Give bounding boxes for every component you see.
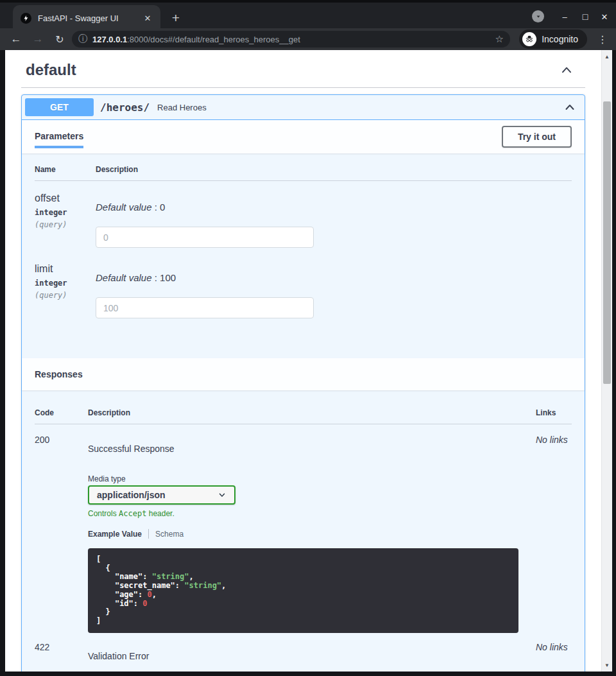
media-type-label: Media type: [88, 474, 536, 483]
chevron-down-icon: [218, 490, 227, 499]
param-default-label: Default value: [96, 202, 152, 212]
col-name: Name: [35, 165, 96, 174]
tab-strip: FastAPI - Swagger UI ✕ + – □ ✕: [0, 0, 616, 28]
response-code: 200: [35, 435, 88, 633]
responses-table-head: Code Description Links: [35, 408, 572, 424]
param-name-cell: offset integer (query): [35, 193, 96, 248]
browser-window: FastAPI - Swagger UI ✕ + – □ ✕ ← → ↻ ⓘ 1…: [0, 0, 616, 676]
response-links: No links: [536, 435, 572, 633]
browser-toolbar: ← → ↻ ⓘ 127.0.0.1:8000/docs#/default/rea…: [0, 28, 616, 50]
tab-parameters[interactable]: Parameters: [35, 125, 83, 148]
hint-prefix: Controls: [88, 509, 119, 518]
url-host: 127.0.0.1: [92, 35, 127, 44]
hint-suffix: header.: [146, 509, 174, 518]
col-code: Code: [35, 408, 88, 417]
table-divider: [35, 424, 572, 424]
incognito-icon: [522, 32, 536, 46]
forward-icon[interactable]: →: [28, 28, 47, 50]
param-default-value: : 100: [152, 272, 176, 283]
new-tab-button[interactable]: +: [167, 9, 185, 27]
param-default-value: : 0: [152, 202, 166, 212]
tab-search-icon[interactable]: [532, 10, 544, 22]
param-location: (query): [35, 220, 96, 229]
tab-example-value[interactable]: Example Value: [88, 530, 142, 539]
accept-header-hint: Controls Accept header.: [88, 509, 536, 518]
opblock-header[interactable]: GET /heroes/ Read Heroes: [22, 95, 585, 120]
response-description: Successful Response: [88, 444, 536, 454]
param-row-limit: limit integer (query) Default value : 10…: [35, 263, 572, 318]
response-code: 422: [35, 642, 88, 661]
table-divider: [35, 180, 572, 181]
maximize-button[interactable]: □: [578, 8, 593, 26]
responses-table: Code Description Links 200 Successful Re…: [22, 390, 585, 672]
page-viewport: default GET /heroes/ Read Heroes Paramet…: [5, 50, 612, 672]
tab-separator: [148, 529, 149, 539]
tag-section-header[interactable]: default: [21, 50, 585, 87]
param-description-cell: Default value : 0: [96, 193, 572, 248]
endpoint-summary: Read Heroes: [157, 103, 563, 112]
responses-header: Responses: [22, 358, 585, 390]
param-row-offset: offset integer (query) Default value : 0: [35, 193, 572, 248]
param-name-cell: limit integer (query): [35, 263, 96, 318]
param-offset-input[interactable]: [96, 227, 314, 248]
endpoint-path: /heroes/: [100, 101, 150, 114]
back-icon[interactable]: ←: [6, 28, 26, 50]
incognito-label: Incognito: [542, 34, 578, 44]
window-close-button[interactable]: ✕: [597, 8, 612, 26]
tag-collapse-button[interactable]: [560, 63, 574, 77]
fastapi-favicon-icon: [21, 13, 31, 24]
media-type-value: application/json: [97, 490, 218, 500]
param-type: integer: [35, 279, 96, 288]
minimize-button[interactable]: –: [557, 8, 572, 26]
param-type: integer: [35, 208, 96, 217]
parameters-table-head: Name Description: [35, 165, 572, 180]
hint-code: Accept: [119, 509, 146, 518]
try-it-out-button[interactable]: Try it out: [502, 126, 572, 148]
param-location: (query): [35, 291, 96, 300]
example-tabs: Example Value Schema: [88, 529, 536, 539]
tab-close-icon[interactable]: ✕: [141, 12, 154, 24]
url-path: :8000/docs#/default/read_heroes_heroes__…: [127, 35, 300, 44]
scrollbar-up-icon[interactable]: ▲: [602, 51, 612, 62]
param-limit-input[interactable]: [96, 297, 314, 318]
tab-title: FastAPI - Swagger UI: [38, 13, 141, 23]
response-description: Validation Error: [88, 651, 536, 661]
param-default-label: Default value: [96, 272, 152, 283]
opblock-collapse-button[interactable]: [563, 101, 576, 114]
response-description-cell: Validation Error: [88, 642, 536, 661]
swagger-content: default GET /heroes/ Read Heroes Paramet…: [5, 50, 601, 672]
param-default: Default value : 0: [96, 202, 572, 212]
response-description-cell: Successful Response Media type applicati…: [88, 435, 536, 633]
address-bar[interactable]: ⓘ 127.0.0.1:8000/docs#/default/read_hero…: [72, 31, 510, 48]
page-scrollbar[interactable]: ▲ ▼: [601, 50, 612, 672]
scrollbar-down-icon[interactable]: ▼: [602, 660, 612, 670]
chevron-up-icon: [560, 63, 574, 77]
scrollbar-thumb[interactable]: [603, 101, 611, 384]
tag-title: default: [26, 61, 76, 79]
col-links: Links: [536, 408, 572, 417]
browser-menu-icon[interactable]: ⋮: [594, 28, 611, 50]
responses-title: Responses: [35, 369, 83, 379]
chevron-up-icon: [563, 101, 576, 114]
param-description-cell: Default value : 100: [96, 263, 572, 318]
col-description: Description: [96, 165, 572, 174]
reload-icon[interactable]: ↻: [50, 28, 69, 50]
method-badge: GET: [25, 98, 94, 116]
parameters-header: Parameters Try it out: [22, 120, 585, 153]
browser-tab[interactable]: FastAPI - Swagger UI ✕: [13, 5, 160, 31]
example-code-block: [ { "name": "string", "secret_name": "st…: [88, 548, 518, 633]
param-name: limit: [35, 263, 96, 275]
media-type-select[interactable]: application/json: [88, 485, 235, 505]
parameters-table: Name Description offset integer (query) …: [22, 153, 585, 358]
page-info-icon[interactable]: ⓘ: [78, 33, 87, 45]
opblock-get-heroes: GET /heroes/ Read Heroes Parameters Try …: [21, 94, 585, 672]
bookmark-star-icon[interactable]: ☆: [495, 33, 504, 45]
incognito-badge: Incognito: [519, 30, 587, 49]
response-links: No links: [536, 642, 572, 661]
tab-schema[interactable]: Schema: [155, 530, 184, 539]
col-description: Description: [88, 408, 536, 417]
param-name: offset: [35, 193, 96, 204]
response-row-200: 200 Successful Response Media type appli…: [35, 435, 572, 633]
response-row-422: 422 Validation Error No links: [35, 642, 572, 672]
url-text: 127.0.0.1:8000/docs#/default/read_heroes…: [92, 35, 490, 44]
